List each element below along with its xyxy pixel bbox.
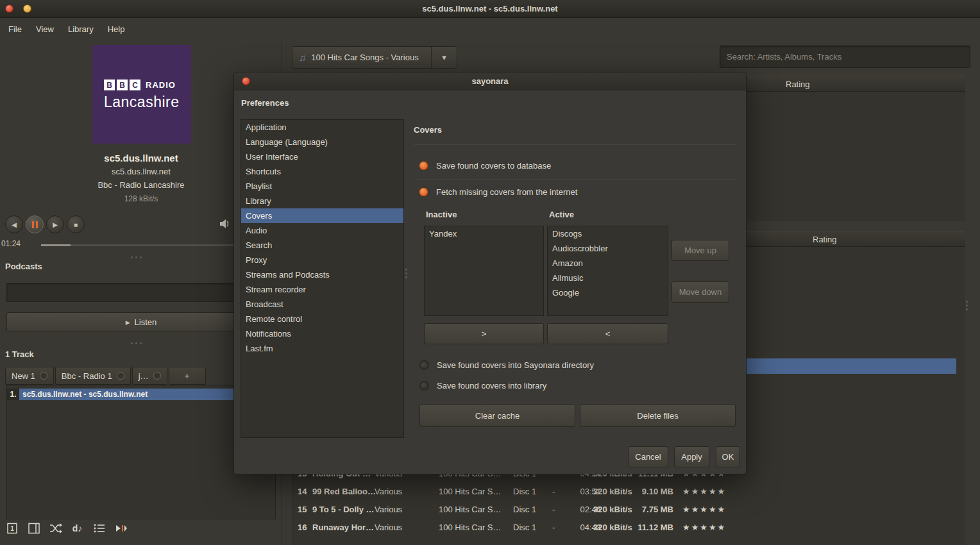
stop-button[interactable]: ■ [67, 215, 85, 233]
shuffle-icon [49, 523, 62, 534]
category-user-interface[interactable]: User Interface [241, 149, 403, 164]
radio-unchecked-icon[interactable] [419, 381, 429, 390]
category-playlist[interactable]: Playlist [241, 179, 403, 194]
category-audio[interactable]: Audio [241, 223, 403, 238]
bbc-radio-label: RADIO [146, 80, 176, 90]
volume-icon[interactable] [219, 219, 231, 231]
category-proxy[interactable]: Proxy [241, 253, 403, 267]
cancel-button[interactable]: Cancel [628, 446, 668, 467]
splitter-handle[interactable] [131, 342, 142, 344]
table-row[interactable]: 16 Runaway Hor… Various 100 Hits Car S… … [293, 519, 966, 537]
divider [414, 179, 737, 180]
rating-column-header[interactable]: Rating [813, 232, 837, 247]
category-lastfm[interactable]: Last.fm [241, 341, 403, 356]
play-button[interactable]: ▶ [46, 215, 64, 233]
track-title-cell: Runaway Hor… [312, 519, 374, 537]
category-notifications[interactable]: Notifications [241, 326, 403, 341]
category-library[interactable]: Library [241, 194, 403, 208]
rating-column-header[interactable]: Rating [786, 76, 810, 92]
radio-checked-icon[interactable] [419, 187, 428, 197]
list-item[interactable]: Google [548, 285, 668, 300]
window-minimize-button[interactable] [23, 4, 31, 13]
list-item[interactable]: Allmusic [548, 271, 668, 285]
bbc-logo-block: C [130, 80, 140, 90]
pane-resize-handle[interactable] [966, 301, 968, 310]
menu-file[interactable]: File [1, 21, 29, 37]
category-shortcuts[interactable]: Shortcuts [241, 164, 403, 179]
gapless-playback-icon [115, 523, 128, 534]
list-item[interactable]: Yandex [425, 226, 543, 241]
ok-button[interactable]: OK [716, 446, 740, 467]
deactivate-cover-source-button[interactable]: < [547, 323, 668, 344]
bbc-logo-block: B [104, 80, 115, 90]
playlist-tab-3[interactable]: j… [132, 367, 167, 385]
track-number: 14 [298, 483, 307, 501]
window-close-button[interactable] [5, 4, 13, 13]
option-save-covers-sayonara-dir[interactable]: Save found covers into Sayonara director… [419, 358, 594, 372]
numbered-list-button[interactable] [91, 521, 107, 537]
clear-cache-button[interactable]: Clear cache [419, 404, 575, 427]
dynamic-playback-button[interactable]: d♪ [69, 521, 85, 537]
tab-label: New 1 [12, 371, 35, 381]
pause-button[interactable] [26, 215, 44, 233]
category-search[interactable]: Search [241, 238, 403, 253]
category-application[interactable]: Application [241, 120, 403, 135]
rating-stars[interactable]: ★★★★★ [682, 501, 726, 519]
delete-files-button[interactable]: Delete files [580, 404, 736, 427]
dialog-titlebar[interactable]: sayonara [234, 72, 746, 90]
gapless-playback-button[interactable] [113, 521, 129, 537]
table-row[interactable]: 14 99 Red Balloo… Various 100 Hits Car S… [293, 483, 966, 501]
rating-stars[interactable]: ★★★★★ [682, 519, 726, 537]
list-item[interactable]: Discogs [548, 226, 668, 241]
tab-close-icon[interactable] [117, 372, 124, 380]
shuffle-button[interactable] [47, 521, 63, 537]
window-titlebar[interactable]: sc5.dus.llnw.net - sc5.dus.llnw.net [0, 0, 980, 18]
single-playlist-button[interactable]: 1 [4, 521, 20, 537]
track-year-cell: - [552, 483, 555, 501]
menu-view[interactable]: View [29, 21, 61, 37]
playlist-tab-1[interactable]: New 1 [5, 367, 54, 385]
tab-close-icon[interactable] [153, 372, 161, 380]
playlist-tab-2[interactable]: Bbc - Radio 1 [55, 367, 131, 385]
category-streams-and-podcasts[interactable]: Streams and Podcasts [241, 267, 403, 282]
category-language[interactable]: Language (Language) [241, 135, 403, 149]
dialog-close-button[interactable] [242, 77, 250, 85]
search-input[interactable] [720, 46, 970, 67]
option-save-covers-into-library[interactable]: Save found covers into library [419, 378, 546, 392]
list-item[interactable]: Amazon [548, 256, 668, 271]
single-playlist-icon: 1 [6, 523, 19, 534]
search-field[interactable] [720, 46, 970, 68]
play-icon: ▶ [126, 319, 130, 326]
dynamic-playback-icon: d♪ [72, 523, 83, 533]
dialog-splitter-handle[interactable] [405, 269, 407, 278]
album-selector-dropdown[interactable]: ▾ [431, 47, 457, 68]
radio-unchecked-icon[interactable] [419, 360, 429, 370]
apply-button[interactable]: Apply [674, 446, 709, 467]
track-count-label: 1 Track [5, 349, 34, 359]
playlists-button[interactable] [26, 521, 42, 537]
activate-cover-source-button[interactable]: > [424, 323, 544, 344]
move-up-button[interactable]: Move up [672, 240, 729, 261]
album-art[interactable]: B B C RADIO Lancashire [92, 45, 191, 144]
menu-help[interactable]: Help [101, 21, 132, 37]
radio-checked-icon[interactable] [419, 161, 428, 171]
category-remote-control[interactable]: Remote control [241, 312, 403, 326]
list-item[interactable]: Audioscrobbler [548, 241, 668, 256]
category-covers[interactable]: Covers [241, 208, 403, 223]
track-album-cell: 100 Hits Car S… [439, 519, 502, 537]
previous-button[interactable]: ◀ [5, 215, 23, 233]
option-fetch-missing-covers[interactable]: Fetch missing covers from the internet [419, 185, 577, 199]
category-broadcast[interactable]: Broadcast [241, 297, 403, 312]
splitter-handle[interactable] [131, 256, 142, 258]
track-disc-cell: Disc 1 [513, 501, 536, 519]
tab-close-icon[interactable] [40, 372, 47, 380]
table-row[interactable]: 15 9 To 5 - Dolly … Various 100 Hits Car… [293, 501, 966, 519]
option-save-covers-to-database[interactable]: Save found covers to database [419, 158, 551, 172]
add-playlist-tab[interactable]: + [169, 367, 206, 385]
move-down-button[interactable]: Move down [672, 281, 729, 303]
rating-stars[interactable]: ★★★★★ [682, 483, 726, 501]
category-stream-recorder[interactable]: Stream recorder [241, 282, 403, 297]
menu-library[interactable]: Library [61, 21, 101, 37]
stop-icon: ■ [74, 221, 78, 228]
album-selector[interactable]: ♫ 100 Hits Car Songs - Various ▾ [292, 46, 457, 69]
